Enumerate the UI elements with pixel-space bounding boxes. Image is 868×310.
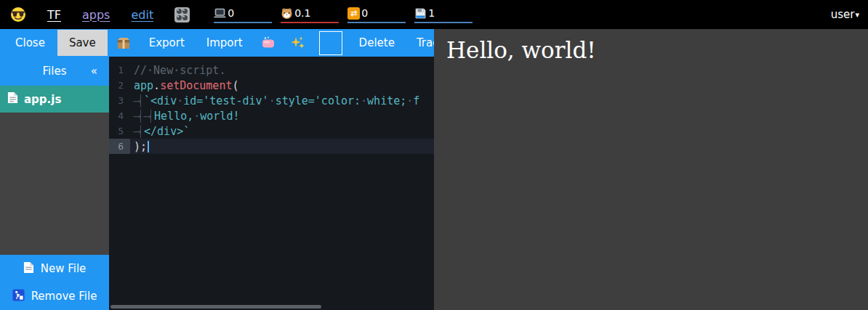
line-number: 1	[109, 62, 130, 78]
preview-text: Hello, world!	[446, 37, 856, 63]
files-header: Files «	[0, 57, 109, 86]
editor-toolbar: Close Save Export Import	[0, 29, 434, 57]
line-number: 5	[109, 123, 130, 139]
control-knobs-icon[interactable]	[174, 7, 190, 23]
repeat-icon: ⇄	[347, 7, 360, 20]
code-text: ⟶`<div·id='test-div'·style='color:·white…	[130, 94, 419, 107]
horizontal-scrollbar[interactable]	[110, 305, 321, 309]
counter-sync-value: 0	[361, 7, 368, 19]
hamster-icon	[281, 7, 293, 20]
code-line[interactable]: 1//·New·script.	[109, 62, 434, 78]
main: Close Save Export Import	[0, 29, 868, 310]
workspace: Files « app.js	[0, 57, 434, 310]
nav-link-apps[interactable]: apps	[82, 8, 110, 22]
chevron-down-icon: ▾	[855, 10, 859, 20]
status-counters: 0 0.1	[214, 6, 473, 23]
counter-memory-value: 0.1	[294, 7, 310, 19]
line-number: 6	[109, 139, 130, 154]
sidebar-empty-area	[0, 113, 109, 255]
brand-link[interactable]: TF	[47, 8, 61, 22]
collapse-sidebar-icon[interactable]: «	[91, 65, 97, 78]
package-icon[interactable]	[110, 33, 137, 53]
code-text: ⟶</div>`	[130, 125, 190, 138]
user-menu-label: user	[831, 8, 855, 21]
user-menu[interactable]: user ▾	[831, 8, 859, 21]
export-button[interactable]: Export	[140, 31, 194, 54]
code-text: //·New·script.	[130, 64, 225, 77]
text-cursor	[148, 141, 149, 152]
counter-sync: ⇄ 0	[347, 6, 406, 23]
document-icon	[7, 91, 18, 107]
sunglasses-face-icon[interactable]	[10, 7, 26, 23]
line-number: 4	[109, 108, 130, 123]
topbar: TF apps edit 0	[0, 0, 868, 29]
counter-storage-value: 1	[428, 7, 435, 19]
file-name: app.js	[24, 93, 61, 106]
file-item-appjs[interactable]: app.js	[0, 86, 109, 113]
files-title: Files	[43, 65, 67, 78]
new-file-button[interactable]: New File	[0, 255, 109, 282]
new-file-label: New File	[41, 262, 87, 275]
save-button[interactable]: Save	[57, 30, 108, 56]
nav-link-edit[interactable]: edit	[131, 8, 153, 22]
soap-icon[interactable]	[255, 33, 281, 53]
preview-panel: Hello, world!	[434, 29, 868, 310]
line-number: 3	[109, 93, 130, 108]
code-text: ⟶⟶Hello,·world!	[130, 110, 239, 123]
sparkles-icon[interactable]	[284, 32, 312, 54]
files-sidebar: Files « app.js	[0, 57, 109, 310]
new-file-icon	[23, 261, 34, 277]
close-button[interactable]: Close	[6, 31, 55, 54]
editor-app: Close Save Export Import	[0, 29, 434, 310]
code-line[interactable]: 5⟶</div>`	[109, 123, 434, 139]
remove-file-label: Remove File	[31, 290, 97, 303]
code-line[interactable]: 2app.setDocument(	[109, 78, 434, 93]
remove-file-button[interactable]: Remove File	[0, 282, 109, 310]
litter-bin-icon	[12, 289, 25, 304]
code-line[interactable]: 3⟶`<div·id='test-div'·style='color:·whit…	[109, 93, 434, 108]
laptop-icon	[214, 7, 226, 20]
line-number: 2	[109, 78, 130, 93]
code-editor[interactable]: 1//·New·script.2app.setDocument(3⟶`<div·…	[109, 57, 434, 310]
counter-storage: 1	[414, 6, 473, 23]
code-text: app.setDocument(	[130, 79, 239, 92]
sidebar-actions: New File Remove File	[0, 255, 109, 310]
counter-memory: 0.1	[281, 6, 339, 23]
counter-storage-bar	[414, 22, 473, 23]
counter-cpu-bar	[214, 22, 272, 23]
toolbar-input[interactable]	[319, 31, 342, 55]
import-button[interactable]: Import	[197, 31, 252, 54]
delete-button[interactable]: Delete	[350, 31, 404, 54]
counter-cpu-value: 0	[228, 7, 234, 19]
code-line[interactable]: 4⟶⟶Hello,·world!	[109, 108, 434, 123]
code-line[interactable]: 6);	[109, 139, 434, 154]
floppy-icon	[414, 7, 427, 20]
counter-sync-bar	[347, 22, 406, 23]
code-text: );	[130, 140, 149, 153]
counter-memory-bar	[281, 22, 339, 23]
code-lines: 1//·New·script.2app.setDocument(3⟶`<div·…	[109, 62, 434, 154]
counter-cpu: 0	[214, 6, 272, 23]
